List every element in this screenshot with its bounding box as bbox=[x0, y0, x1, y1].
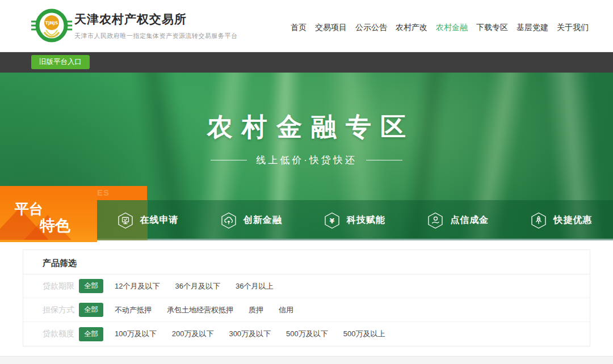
tagline-left-rule bbox=[211, 160, 247, 160]
hand-coin-icon bbox=[427, 212, 444, 229]
filter-title: 产品筛选 bbox=[23, 250, 590, 274]
filter-option[interactable]: 100万及以下 bbox=[115, 329, 157, 339]
tab-label: 科技赋能 bbox=[347, 214, 385, 226]
site-header: TJNJS 天津农村产权交易所 天津市人民政府唯一指定集体资产资源流转交易服务平… bbox=[0, 0, 613, 52]
yen-icon: ¥ bbox=[324, 212, 341, 229]
filter-row-label: 担保方式 bbox=[43, 305, 75, 315]
cloud-finance-icon bbox=[220, 212, 237, 229]
footer-strip bbox=[0, 356, 613, 364]
filter-option[interactable]: 500万及以上 bbox=[343, 329, 385, 339]
feature-tabbar: 在线申请 创新金融 ¥ 科技赋能 点信成金 快捷优惠 bbox=[96, 200, 613, 240]
nav-item-downloads[interactable]: 下载专区 bbox=[476, 23, 508, 33]
tab-innovative-finance[interactable]: 创新金融 bbox=[199, 200, 303, 240]
nav-item-announcements[interactable]: 公示公告 bbox=[355, 23, 387, 33]
brand-block: 天津农村产权交易所 天津市人民政府唯一指定集体资产资源流转交易服务平台 bbox=[74, 11, 238, 40]
ribbon-cn-line2: 特色 bbox=[40, 215, 70, 236]
filter-option[interactable]: 300万及以下 bbox=[229, 329, 271, 339]
all-button[interactable]: 全部 bbox=[79, 303, 103, 317]
site-title: 天津农村产权交易所 bbox=[74, 11, 238, 27]
all-button[interactable]: 全部 bbox=[79, 279, 103, 293]
tagline-right-rule bbox=[366, 160, 402, 160]
tab-label: 在线申请 bbox=[140, 214, 179, 226]
nav-item-about[interactable]: 关于我们 bbox=[557, 23, 589, 33]
old-platform-entry-button[interactable]: 旧版平台入口 bbox=[31, 55, 90, 69]
all-button[interactable]: 全部 bbox=[79, 327, 103, 341]
nav-item-rural-reform[interactable]: 农村产改 bbox=[396, 23, 427, 33]
secondary-topbar: 旧版平台入口 bbox=[0, 52, 613, 73]
tagline-text: 线上低价·快贷快还 bbox=[256, 154, 357, 167]
filter-option[interactable]: 36个月以上 bbox=[236, 281, 273, 291]
filter-option[interactable]: 不动产抵押 bbox=[115, 305, 152, 315]
filter-option[interactable]: 36个月及以下 bbox=[175, 281, 220, 291]
site-subtitle: 天津市人民政府唯一指定集体资产资源流转交易服务平台 bbox=[74, 32, 238, 40]
tab-label: 快捷优惠 bbox=[553, 214, 592, 226]
ribbon-cn-line1: 平台 bbox=[15, 200, 43, 218]
platform-features-ribbon: 平台 特色 bbox=[0, 186, 97, 242]
nav-item-party-building[interactable]: 基层党建 bbox=[517, 23, 548, 33]
filter-option[interactable]: 信用 bbox=[279, 305, 293, 315]
monitor-check-icon bbox=[117, 212, 134, 229]
filter-option[interactable]: 承包土地经营权抵押 bbox=[167, 305, 233, 315]
tab-credit-to-gold[interactable]: 点信成金 bbox=[406, 200, 510, 240]
logo-text: TJNJS bbox=[45, 20, 58, 26]
filter-option[interactable]: 12个月及以下 bbox=[115, 281, 159, 291]
filter-row-guarantee-type: 担保方式 全部 不动产抵押 承包土地经营权抵押 质押 信用 bbox=[23, 298, 590, 322]
tab-online-application[interactable]: 在线申请 bbox=[96, 200, 199, 240]
nav-item-projects[interactable]: 交易项目 bbox=[315, 23, 347, 33]
product-filter-card: 产品筛选 贷款期限 全部 12个月及以下 36个月及以下 36个月以上 担保方式… bbox=[23, 249, 590, 346]
tab-quick-discounts[interactable]: 快捷优惠 bbox=[510, 200, 613, 240]
rocket-icon bbox=[530, 212, 547, 229]
filter-row-loan-amount: 贷款额度 全部 100万及以下 200万及以下 300万及以下 500万及以下 … bbox=[23, 322, 590, 346]
filter-row-loan-term: 贷款期限 全部 12个月及以下 36个月及以下 36个月以上 bbox=[23, 274, 590, 298]
hero-title: 农村金融专区 bbox=[0, 110, 613, 144]
filter-option[interactable]: 质押 bbox=[249, 305, 263, 315]
nav-item-rural-finance[interactable]: 农村金融 bbox=[436, 23, 468, 33]
filter-option[interactable]: 500万及以下 bbox=[286, 329, 328, 339]
svg-text:¥: ¥ bbox=[330, 217, 335, 225]
nav-item-home[interactable]: 首页 bbox=[291, 23, 306, 33]
tab-label: 点信成金 bbox=[450, 214, 489, 226]
site-logo[interactable]: TJNJS bbox=[31, 7, 73, 45]
main-nav: 首页 交易项目 公示公告 农村产改 农村金融 下载专区 基层党建 关于我们 bbox=[291, 23, 589, 33]
filter-row-label: 贷款额度 bbox=[43, 329, 75, 339]
hero-tagline: 线上低价·快贷快还 bbox=[0, 154, 613, 167]
tab-label: 创新金融 bbox=[243, 214, 282, 226]
filter-row-label: 贷款期限 bbox=[43, 281, 75, 291]
tab-tech-empowerment[interactable]: ¥ 科技赋能 bbox=[303, 200, 406, 240]
filter-option[interactable]: 200万及以下 bbox=[172, 329, 214, 339]
